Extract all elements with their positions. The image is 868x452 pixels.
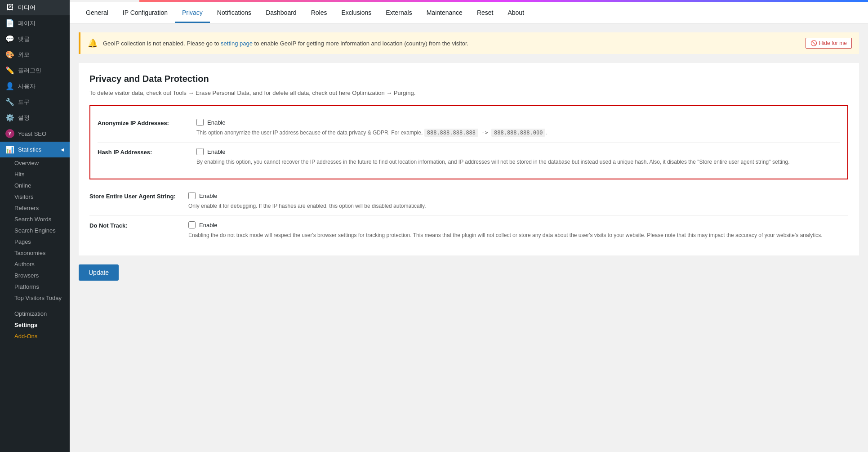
user-agent-desc: Only enable it for debugging. If the IP … <box>188 202 848 210</box>
content-area: 🔔 GeoIP collection is not enabled. Pleas… <box>70 23 868 452</box>
tools-icon: 🔧 <box>5 98 14 106</box>
sidebar-item-appearance[interactable]: 🎨 외모 <box>0 47 70 63</box>
hide-button[interactable]: 🚫 Hide for me <box>806 38 852 49</box>
tab-notifications[interactable]: Notifications <box>210 4 258 23</box>
hash-ip-desc: By enabling this option, you cannot reco… <box>196 158 840 166</box>
tab-roles[interactable]: Roles <box>304 4 334 23</box>
setting-page-link[interactable]: setting page <box>221 40 253 47</box>
user-agent-row: Store Entire User Agent String: Enable O… <box>89 187 848 215</box>
comments-icon: 💬 <box>5 35 14 43</box>
user-agent-checkbox[interactable] <box>188 192 196 199</box>
tab-exclusions[interactable]: Exclusions <box>334 4 378 23</box>
tab-about[interactable]: About <box>500 4 531 23</box>
do-not-track-desc: Enabling the do not track mode will resp… <box>188 231 848 239</box>
sidebar-sub-taxonomies[interactable]: Taxonomies <box>0 247 70 259</box>
sidebar-item-label: 페이지 <box>18 19 36 27</box>
settings-icon: ⚙️ <box>5 113 14 122</box>
sidebar-item-users[interactable]: 👤 사용자 <box>0 78 70 94</box>
do-not-track-enable-label[interactable]: Enable <box>199 222 217 228</box>
sidebar-item-label: 사용자 <box>18 82 36 90</box>
anonymize-ip-enable-label[interactable]: Enable <box>207 119 225 126</box>
tab-privacy[interactable]: Privacy <box>175 4 210 23</box>
tab-maintenance[interactable]: Maintenance <box>419 4 470 23</box>
sidebar-item-label: 설정 <box>18 114 30 122</box>
yoast-icon: Y <box>5 129 14 138</box>
users-icon: 👤 <box>5 82 14 90</box>
sidebar-sub-pages[interactable]: Pages <box>0 236 70 247</box>
eye-slash-icon: 🚫 <box>810 40 817 46</box>
user-agent-label: Store Entire User Agent String: <box>89 192 188 200</box>
tab-navigation: General IP Configuration Privacy Notific… <box>70 2 868 23</box>
appearance-icon: 🎨 <box>5 50 14 59</box>
sidebar-sub-online[interactable]: Online <box>0 180 70 191</box>
main-area: General IP Configuration Privacy Notific… <box>70 0 868 452</box>
alert-icon: 🔔 <box>88 38 98 48</box>
sidebar-sub-search-words[interactable]: Search Words <box>0 214 70 225</box>
hash-ip-checkbox[interactable] <box>196 148 204 155</box>
anonymize-ip-desc: This option anonymize the user IP addres… <box>196 129 840 137</box>
anonymize-ip-row: Anonymize IP Addresses: Enable This opti… <box>98 113 840 142</box>
statistics-icon: 📊 <box>5 145 14 154</box>
alert-banner: 🔔 GeoIP collection is not enabled. Pleas… <box>79 32 859 54</box>
plugins-icon: ✏️ <box>5 66 14 75</box>
sidebar-item-pages[interactable]: 📄 페이지 <box>0 15 70 31</box>
sidebar-item-label: Statistics <box>18 146 41 153</box>
sidebar-sub-hits[interactable]: Hits <box>0 169 70 180</box>
do-not-track-label: Do Not Track: <box>89 221 188 229</box>
do-not-track-checkbox[interactable] <box>188 221 196 228</box>
sidebar-item-label: 플러그인 <box>18 67 41 75</box>
sidebar-item-media[interactable]: 🖼 미디어 <box>0 0 70 15</box>
update-button[interactable]: Update <box>79 264 119 281</box>
tab-ip-config[interactable]: IP Configuration <box>116 4 175 23</box>
sidebar-sub-browsers[interactable]: Browsers <box>0 270 70 281</box>
sidebar-sub-referrers[interactable]: Referrers <box>0 202 70 214</box>
card-title: Privacy and Data Protection <box>89 74 848 84</box>
privacy-settings-box: Anonymize IP Addresses: Enable This opti… <box>89 105 848 179</box>
alert-text: GeoIP collection is not enabled. Please … <box>103 40 800 47</box>
user-agent-control: Enable Only enable it for debugging. If … <box>188 192 848 210</box>
tab-dashboard[interactable]: Dashboard <box>258 4 304 23</box>
media-icon: 🖼 <box>5 4 14 12</box>
do-not-track-row: Do Not Track: Enable Enabling the do not… <box>89 215 848 245</box>
sidebar-sub-search-engines[interactable]: Search Engines <box>0 225 70 236</box>
hash-ip-control: Enable By enabling this option, you cann… <box>196 148 840 166</box>
sidebar-sub-authors[interactable]: Authors <box>0 259 70 270</box>
do-not-track-control: Enable Enabling the do not track mode wi… <box>188 221 848 239</box>
privacy-card: Privacy and Data Protection To delete vi… <box>79 63 859 255</box>
sidebar-item-yoast[interactable]: Y Yoast SEO <box>0 125 70 142</box>
top-gradient-bar <box>139 0 868 2</box>
sidebar-sub-overview[interactable]: Overview <box>0 157 70 169</box>
pages-icon: 📄 <box>5 19 14 27</box>
sidebar-sub-optimization[interactable]: Optimization <box>0 308 70 319</box>
anonymize-ip-label: Anonymize IP Addresses: <box>98 119 196 126</box>
sidebar-sub-visitors[interactable]: Visitors <box>0 191 70 202</box>
sidebar: 🖼 미디어 📄 페이지 💬 댓글 🎨 외모 ✏️ 플러그인 👤 사용자 🔧 도구… <box>0 0 70 452</box>
sidebar-item-label: 미디어 <box>18 4 36 12</box>
sidebar-item-label: Yoast SEO <box>18 130 46 137</box>
user-agent-enable-label[interactable]: Enable <box>199 192 217 199</box>
sidebar-sub-top-visitors[interactable]: Top Visitors Today <box>0 292 70 304</box>
sidebar-item-label: 도구 <box>18 98 30 106</box>
sidebar-item-comments[interactable]: 💬 댓글 <box>0 31 70 47</box>
tab-externals[interactable]: Externals <box>378 4 419 23</box>
sidebar-sub-platforms[interactable]: Platforms <box>0 281 70 292</box>
sidebar-item-statistics[interactable]: 📊 Statistics <box>0 142 70 157</box>
sidebar-sub-add-ons[interactable]: Add-Ons <box>0 331 70 342</box>
sidebar-item-tools[interactable]: 🔧 도구 <box>0 94 70 110</box>
sidebar-sub-settings[interactable]: Settings <box>0 319 70 331</box>
hash-ip-enable-label[interactable]: Enable <box>207 148 225 155</box>
sidebar-item-settings[interactable]: ⚙️ 설정 <box>0 110 70 125</box>
hash-ip-label: Hash IP Addresses: <box>98 148 196 156</box>
anonymize-ip-control: Enable This option anonymize the user IP… <box>196 119 840 137</box>
anonymize-ip-checkbox[interactable] <box>196 119 204 126</box>
card-desc: To delete visitor data, check out Tools … <box>89 90 848 96</box>
sidebar-item-label: 댓글 <box>18 35 30 43</box>
tab-reset[interactable]: Reset <box>470 4 501 23</box>
hash-ip-row: Hash IP Addresses: Enable By enabling th… <box>98 142 840 171</box>
tab-general[interactable]: General <box>79 4 116 23</box>
sidebar-item-label: 외모 <box>18 51 30 59</box>
sidebar-item-plugins[interactable]: ✏️ 플러그인 <box>0 63 70 78</box>
